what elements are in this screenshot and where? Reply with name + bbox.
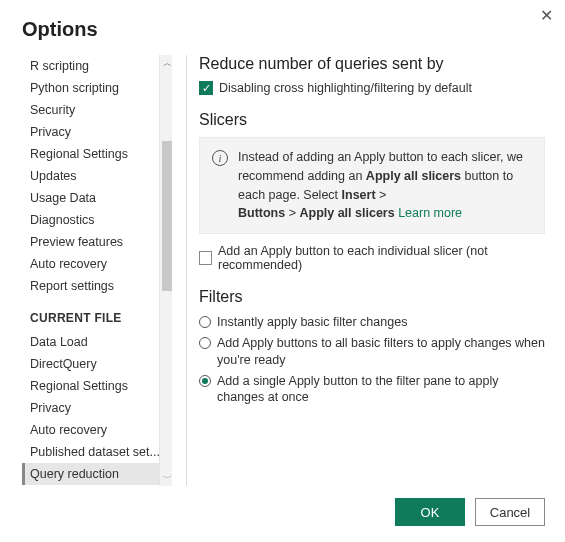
sidebar-item[interactable]: DirectQuery [22, 353, 166, 375]
ok-button[interactable]: OK [395, 498, 465, 526]
sidebar-item[interactable]: Privacy [22, 121, 166, 143]
sidebar-item[interactable]: Security [22, 99, 166, 121]
learn-more-link[interactable]: Learn more [398, 206, 462, 220]
vertical-divider [186, 55, 187, 486]
scroll-up-icon[interactable]: ︿ [160, 55, 172, 71]
sidebar-scrollbar[interactable]: ︿ ﹀ [159, 55, 172, 486]
sidebar-item[interactable]: Auto recovery [22, 253, 166, 275]
sidebar-item[interactable]: Usage Data [22, 187, 166, 209]
sidebar-item[interactable]: Updates [22, 165, 166, 187]
checkbox-disable-crosshighlight[interactable]: ✓ Disabling cross highlighting/filtering… [199, 81, 545, 95]
sidebar-item[interactable]: Published dataset set... [22, 441, 166, 463]
sidebar-item[interactable]: Report settings [22, 275, 166, 297]
radio-icon[interactable] [199, 375, 211, 387]
sidebar-section-current-file: CURRENT FILE [30, 311, 166, 325]
sidebar-item[interactable]: Diagnostics [22, 209, 166, 231]
content-pane: Reduce number of queries sent by ✓ Disab… [191, 55, 545, 486]
checkbox-icon[interactable] [199, 251, 212, 265]
sidebar-item[interactable]: Python scripting [22, 77, 166, 99]
info-text: Instead of adding an Apply button to eac… [238, 148, 532, 223]
sidebar-item[interactable]: Regional Settings [22, 375, 166, 397]
dialog-title: Options [22, 18, 545, 41]
sidebar: R scriptingPython scriptingSecurityPriva… [22, 55, 172, 486]
scroll-thumb[interactable] [162, 141, 173, 291]
checkbox-icon[interactable]: ✓ [199, 81, 213, 95]
radio-label: Instantly apply basic filter changes [217, 314, 407, 330]
sidebar-item[interactable]: Regional Settings [22, 143, 166, 165]
filter-radio-option[interactable]: Instantly apply basic filter changes [199, 314, 545, 330]
checkbox-label: Disabling cross highlighting/filtering b… [219, 81, 472, 95]
radio-label: Add a single Apply button to the filter … [217, 373, 545, 406]
sidebar-item[interactable]: Auto recovery [22, 419, 166, 441]
sidebar-item[interactable]: Report settings [22, 485, 166, 486]
dialog-body: R scriptingPython scriptingSecurityPriva… [22, 55, 545, 486]
heading-reduce-queries: Reduce number of queries sent by [199, 55, 545, 73]
cancel-button[interactable]: Cancel [475, 498, 545, 526]
sidebar-item[interactable]: Data Load [22, 331, 166, 353]
checkbox-label: Add an Apply button to each individual s… [218, 244, 545, 272]
radio-icon[interactable] [199, 316, 211, 328]
dialog-footer: OK Cancel [22, 486, 545, 526]
close-icon[interactable]: ✕ [540, 8, 553, 24]
radio-icon[interactable] [199, 337, 211, 349]
info-icon: i [212, 150, 228, 166]
sidebar-item[interactable]: Privacy [22, 397, 166, 419]
sidebar-item[interactable]: Preview features [22, 231, 166, 253]
heading-slicers: Slicers [199, 111, 545, 129]
radio-label: Add Apply buttons to all basic filters t… [217, 335, 545, 368]
scroll-down-icon[interactable]: ﹀ [160, 470, 172, 486]
slicers-info-box: i Instead of adding an Apply button to e… [199, 137, 545, 234]
filter-radio-option[interactable]: Add Apply buttons to all basic filters t… [199, 335, 545, 368]
sidebar-item[interactable]: Query reduction [22, 463, 166, 485]
sidebar-item[interactable]: R scripting [22, 55, 166, 77]
options-dialog: ✕ Options R scriptingPython scriptingSec… [0, 0, 565, 542]
filter-radio-option[interactable]: Add a single Apply button to the filter … [199, 373, 545, 406]
checkbox-apply-each-slicer[interactable]: Add an Apply button to each individual s… [199, 244, 545, 272]
heading-filters: Filters [199, 288, 545, 306]
